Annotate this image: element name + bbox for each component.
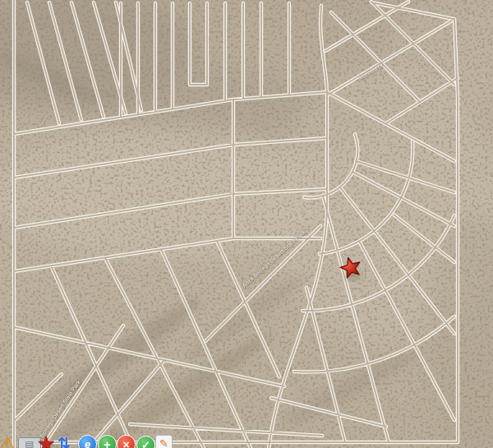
navigation-arrows-icon[interactable]: ⇅	[58, 434, 71, 448]
favorite-star-icon[interactable]: ★	[37, 432, 55, 448]
edit-icon[interactable]: ✎	[155, 435, 173, 448]
close-icon[interactable]: ×	[117, 435, 136, 448]
parcel-map-view[interactable]: Montara Dr Anza Borrego Desert State Par…	[0, 0, 493, 448]
satellite-map-canvas[interactable]	[0, 0, 493, 448]
terrain-background	[0, 0, 493, 448]
browser-icon[interactable]: e	[78, 435, 97, 448]
warning-icon[interactable]: ⚠	[0, 433, 15, 448]
add-icon[interactable]: +	[98, 435, 117, 448]
